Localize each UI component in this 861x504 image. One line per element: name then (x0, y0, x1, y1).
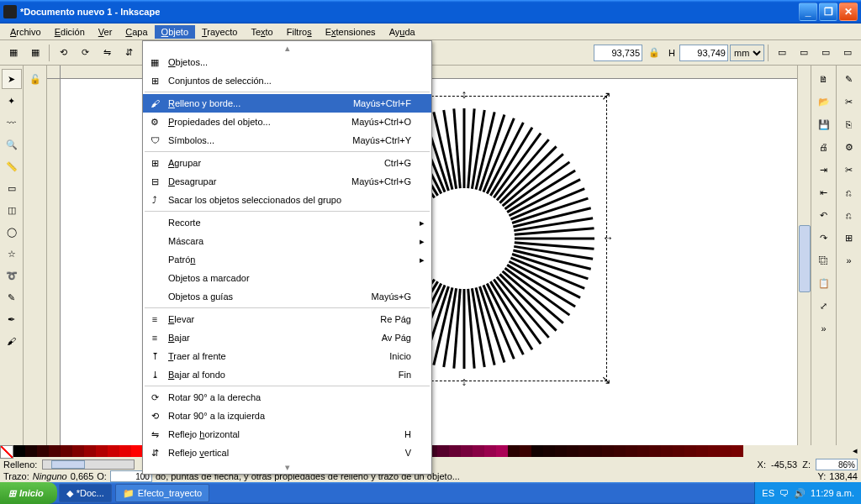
menu-relleno-borde[interactable]: 🖌Relleno y borde...Mayús+Ctrl+F (143, 94, 431, 113)
menu-extensiones[interactable]: Extensiones (319, 25, 383, 39)
import-icon[interactable]: ⇥ (814, 160, 834, 180)
h-input[interactable] (679, 45, 728, 61)
cut-icon[interactable]: ✂ (839, 160, 859, 180)
color-swatch[interactable] (96, 445, 108, 457)
tray-icon[interactable]: 🔊 (794, 488, 806, 499)
rotate-right-icon[interactable]: ⟳ (75, 43, 95, 63)
x-input[interactable] (594, 45, 642, 61)
node-tool[interactable]: ✦ (2, 91, 22, 111)
flip-v-icon[interactable]: ⇵ (119, 43, 139, 63)
color-swatch[interactable] (590, 445, 602, 457)
color-swatch[interactable] (484, 445, 496, 457)
menu-recorte[interactable]: Recorte▸ (143, 213, 431, 232)
menu-reflejo-h[interactable]: ⇋Reflejo horizontalH (143, 425, 431, 444)
rect-tool[interactable]: ▭ (2, 178, 22, 198)
menu-objetos[interactable]: ▦Objetos... (143, 53, 431, 71)
menu-mascara[interactable]: Máscara▸ (143, 232, 431, 250)
calligraphy-tool[interactable]: 🖌 (2, 331, 22, 351)
pencil-tool[interactable]: ✎ (2, 287, 22, 307)
paste-icon[interactable]: 📋 (814, 273, 834, 293)
affect-btn[interactable]: ▭ (837, 43, 858, 63)
menu-ver[interactable]: Ver (92, 25, 119, 39)
star-tool[interactable]: ☆ (2, 244, 22, 264)
menu-simbolos[interactable]: 🛡Símbolos...Mayús+Ctrl+Y (143, 131, 431, 150)
color-swatch[interactable] (61, 445, 72, 457)
color-swatch[interactable] (13, 445, 25, 457)
menu-traer[interactable]: ⤒Traer al frenteInicio (143, 347, 431, 365)
rotate-left-icon[interactable]: ⟲ (53, 43, 73, 63)
save-icon[interactable]: 💾 (814, 114, 834, 134)
menu-patron[interactable]: Patrón▸ (143, 250, 431, 269)
color-swatch[interactable] (119, 445, 131, 457)
tool-icon[interactable]: ⊞ (839, 228, 859, 248)
menu-fondo[interactable]: ⤓Bajar al fondoFin (143, 365, 431, 384)
menu-rotar-d[interactable]: ⟳Rotar 90° a la derecha (143, 388, 431, 407)
color-swatch[interactable] (708, 445, 720, 457)
menu-archivo[interactable]: Archivo (3, 25, 48, 39)
menu-capa[interactable]: Capa (119, 25, 154, 39)
tool-icon[interactable]: ✎ (839, 69, 859, 89)
color-swatch[interactable] (473, 445, 484, 457)
menu-elevar[interactable]: ≡ElevarRe Pág (143, 310, 431, 328)
minimize-button[interactable]: _ (799, 3, 817, 21)
menu-agrupar[interactable]: ⊞AgruparCtrl+G (143, 154, 431, 172)
lang-indicator[interactable]: ES (762, 488, 774, 498)
menu-reflejo-v[interactable]: ⇵Reflejo verticalV (143, 444, 431, 462)
tool-icon[interactable]: ⎘ (839, 114, 859, 134)
3dbox-tool[interactable]: ◫ (2, 200, 22, 220)
color-swatch[interactable] (555, 445, 567, 457)
color-swatch[interactable] (531, 445, 543, 457)
color-swatch[interactable] (696, 445, 708, 457)
color-swatch[interactable] (684, 445, 696, 457)
affect-btn[interactable]: ▭ (816, 43, 836, 63)
menu-grip-bottom[interactable]: ▾ (143, 462, 431, 472)
tray-icon[interactable]: 🗨 (779, 488, 789, 498)
color-swatch[interactable] (626, 445, 637, 457)
color-swatch[interactable] (437, 445, 449, 457)
copy-icon[interactable]: ⿻ (814, 250, 834, 270)
menu-edicion[interactable]: Edición (48, 25, 92, 39)
affect-btn[interactable]: ▭ (794, 43, 814, 63)
tool-icon[interactable]: ✂ (839, 92, 859, 112)
export-icon[interactable]: ⇤ (814, 182, 834, 202)
lock-toggle[interactable]: 🔓 (25, 69, 45, 89)
color-swatch[interactable] (449, 445, 461, 457)
palette-menu[interactable]: ◂ (849, 445, 861, 459)
tweak-tool[interactable]: 〰 (2, 113, 22, 133)
color-swatch[interactable] (720, 445, 732, 457)
more-icon[interactable]: » (814, 318, 834, 339)
color-swatch[interactable] (496, 445, 508, 457)
handle-se[interactable]: ↘ (600, 374, 613, 387)
color-swatch[interactable] (461, 445, 473, 457)
menu-sacar[interactable]: ⤴Sacar los objetos seleccionados del gru… (143, 191, 431, 209)
color-swatch[interactable] (673, 445, 684, 457)
unit-select[interactable]: mm (730, 45, 764, 61)
print-icon[interactable]: 🖨 (814, 137, 834, 157)
color-swatch[interactable] (25, 445, 37, 457)
taskbar-app-inkscape[interactable]: ◆ *Doc... (59, 484, 112, 502)
color-swatch[interactable] (649, 445, 661, 457)
color-swatch[interactable] (131, 445, 143, 457)
scrollbar-v-thumb[interactable] (799, 225, 811, 292)
ruler-vertical[interactable] (47, 79, 61, 465)
clock[interactable]: 11:29 a.m. (811, 488, 854, 498)
menu-bajar2[interactable]: ≡BajarAv Pág (143, 328, 431, 347)
menu-rotar-i[interactable]: ⟲Rotar 90° a la izquierda (143, 407, 431, 425)
handle-s[interactable]: ↕ (457, 375, 471, 389)
measure-tool[interactable]: 📏 (2, 156, 22, 176)
undo-icon[interactable]: ↶ (814, 205, 834, 225)
color-swatch[interactable] (637, 445, 649, 457)
color-swatch[interactable] (578, 445, 590, 457)
affect-btn[interactable]: ▭ (772, 43, 792, 63)
handle-ne[interactable]: ↗ (600, 90, 613, 103)
color-swatch[interactable] (614, 445, 626, 457)
close-button[interactable]: ✕ (839, 3, 858, 21)
handle-n[interactable]: ↕ (457, 88, 471, 102)
zoom-fit-icon[interactable]: ⤢ (814, 296, 834, 316)
no-fill-swatch[interactable] (0, 445, 13, 459)
color-swatch[interactable] (49, 445, 61, 457)
new-doc-icon[interactable]: 🗎 (814, 69, 834, 89)
menu-texto[interactable]: Texto (244, 25, 279, 39)
color-swatch[interactable] (84, 445, 96, 457)
tool-icon[interactable]: ⎌ (839, 182, 859, 202)
